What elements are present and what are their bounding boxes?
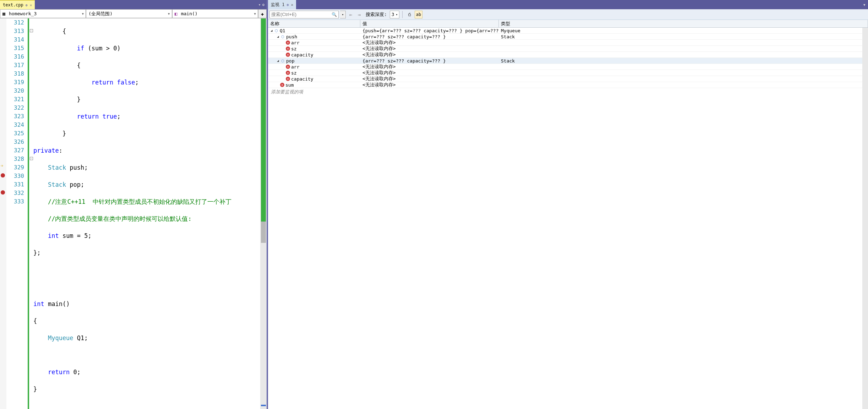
item-name: arr (291, 64, 299, 70)
item-value: <无法读取内存> (360, 70, 499, 76)
watch-item-arr[interactable]: ✕arr <无法读取内存> (268, 40, 868, 46)
vertical-scrollbar[interactable] (260, 18, 267, 409)
search-field[interactable] (271, 12, 337, 17)
item-name: sz (291, 46, 297, 51)
chevron-down-icon: ▾ (396, 13, 398, 16)
item-name: push (286, 34, 297, 39)
line-number: 319 (6, 78, 24, 87)
watch-tab-bar: 监视 1 ⊕ ✕ ▾ (268, 0, 868, 9)
code-content[interactable]: { if (sum > 0) { return false; } return … (33, 18, 267, 409)
code-text: { (33, 28, 66, 35)
expand-icon[interactable]: ◢ (269, 29, 274, 32)
code-editor[interactable]: ➩ 312 313 314 315 316 317 318 319 320 32… (0, 18, 267, 409)
item-name: pop (286, 58, 294, 64)
close-icon[interactable]: ✕ (291, 2, 293, 7)
item-type: Stack (499, 58, 868, 64)
code-text: } (33, 130, 66, 137)
depth-value: 3 (392, 12, 394, 17)
header-value[interactable]: 值 (360, 20, 499, 27)
item-value: <无法读取内存> (360, 64, 499, 70)
split-button[interactable]: ✚ (258, 9, 267, 18)
error-icon: ✕ (286, 47, 290, 51)
code-text: private (33, 147, 59, 154)
line-number: 322 (6, 104, 24, 112)
code-text: ; (135, 79, 139, 86)
code-text: //内置类型成员变量在类中声明的时候可以给默认值: (33, 215, 192, 222)
fold-toggle-icon[interactable]: - (30, 29, 33, 32)
line-number: 323 (6, 112, 24, 121)
code-text: { (33, 62, 81, 69)
expand-icon[interactable]: ◢ (276, 35, 280, 38)
tab-settings-icon[interactable]: ⚙ (262, 2, 264, 7)
watch-item-arr[interactable]: ✕arr <无法读取内存> (268, 64, 868, 70)
watch-tree: ◢⬡Q1 {push={arr=??? sz=??? capacity=??? … (268, 28, 868, 96)
item-value: <无法读取内存> (360, 76, 499, 82)
breakpoint-gutter[interactable]: ➩ (0, 18, 6, 409)
error-icon: ✕ (280, 83, 284, 87)
header-type[interactable]: 类型 (499, 20, 868, 27)
close-icon[interactable]: ✕ (30, 3, 32, 7)
code-text: main() (44, 300, 70, 307)
scroll-thumb[interactable] (261, 222, 266, 243)
header-name[interactable]: 名称 (268, 20, 360, 27)
file-tab[interactable]: text.cpp ⊕ ✕ (0, 0, 35, 9)
code-text: false (113, 79, 135, 86)
item-value: <无法读取内存> (360, 82, 499, 88)
scope-class-label: (全局范围) (88, 11, 113, 17)
watch-search-input[interactable]: 🔍 (269, 11, 339, 18)
object-icon: ⬡ (274, 28, 279, 33)
line-number: 325 (6, 129, 24, 138)
scope-class-dropdown[interactable]: (全局范围) (86, 9, 172, 18)
line-number: 333 (6, 197, 24, 206)
pin-icon[interactable]: ⊕ (286, 3, 289, 7)
tab-dropdown-icon[interactable]: ▾ (258, 2, 261, 7)
expand-icon[interactable]: ◢ (276, 59, 280, 62)
scope-function-dropdown[interactable]: ◧ main() (172, 9, 258, 18)
depth-select[interactable]: 3 ▾ (390, 11, 399, 18)
object-icon: ⬡ (280, 34, 285, 39)
line-number: 317 (6, 61, 24, 70)
line-number: 331 (6, 180, 24, 189)
toolbar-button-highlight[interactable]: ab (415, 11, 422, 18)
current-line-arrow-icon: ➩ (1, 163, 3, 168)
item-value: <无法读取内存> (360, 45, 499, 52)
search-dropdown-icon[interactable]: ▾ (340, 11, 346, 18)
watch-item-capacity[interactable]: ✕capacity <无法读取内存> (268, 76, 868, 82)
item-value: {arr=??? sz=??? capacity=??? } (360, 34, 499, 39)
fold-toggle-icon[interactable]: - (30, 157, 33, 160)
code-text: int (33, 300, 44, 307)
watch-scrollbar[interactable] (862, 28, 868, 409)
pin-icon[interactable]: ⊕ (26, 3, 28, 7)
depth-label: 搜索深度: (364, 11, 388, 18)
breakpoint-icon[interactable] (1, 190, 5, 195)
file-tab-label: text.cpp (3, 2, 23, 7)
item-type: Myqueue (499, 28, 868, 33)
watch-item-sz[interactable]: ✕sz <无法读取内存> (268, 46, 868, 52)
watch-item-push[interactable]: ◢⬡push {arr=??? sz=??? capacity=??? } St… (268, 34, 868, 40)
panel-dropdown-icon[interactable]: ▾ (861, 0, 868, 9)
scope-project-label: homework_3 (9, 11, 37, 16)
toolbar-button[interactable]: ⎙ (405, 11, 413, 18)
breakpoint-icon[interactable] (1, 173, 5, 178)
scope-project-dropdown[interactable]: ▦ homework_3 (0, 9, 86, 18)
add-watch-item[interactable]: 添加要监视的项 (268, 88, 868, 96)
code-text: } (33, 386, 37, 393)
item-value: {arr=??? sz=??? capacity=??? } (360, 58, 499, 64)
nav-forward-button[interactable]: → (356, 11, 363, 18)
watch-item-pop[interactable]: ◢⬡pop {arr=??? sz=??? capacity=??? } Sta… (268, 58, 868, 64)
watch-item-capacity[interactable]: ✕capacity <无法读取内存> (268, 52, 868, 58)
line-number: 314 (6, 36, 24, 44)
editor-tab-bar: text.cpp ⊕ ✕ ▾ ⚙ (0, 0, 267, 9)
watch-item-sum[interactable]: ✕sum <无法读取内存> (268, 82, 868, 88)
code-text: { (33, 317, 37, 325)
nav-back-button[interactable]: ← (347, 11, 354, 18)
watch-tab[interactable]: 监视 1 ⊕ ✕ (268, 0, 296, 9)
code-text: } (33, 96, 81, 103)
function-icon: ◧ (175, 11, 180, 16)
fold-gutter[interactable]: - - (28, 18, 33, 409)
watch-item-sz[interactable]: ✕sz <无法读取内存> (268, 70, 868, 76)
code-text: return (33, 369, 70, 376)
watch-item-q1[interactable]: ◢⬡Q1 {push={arr=??? sz=??? capacity=??? … (268, 28, 868, 34)
object-icon: ⬡ (280, 59, 285, 63)
search-icon[interactable]: 🔍 (332, 12, 337, 17)
